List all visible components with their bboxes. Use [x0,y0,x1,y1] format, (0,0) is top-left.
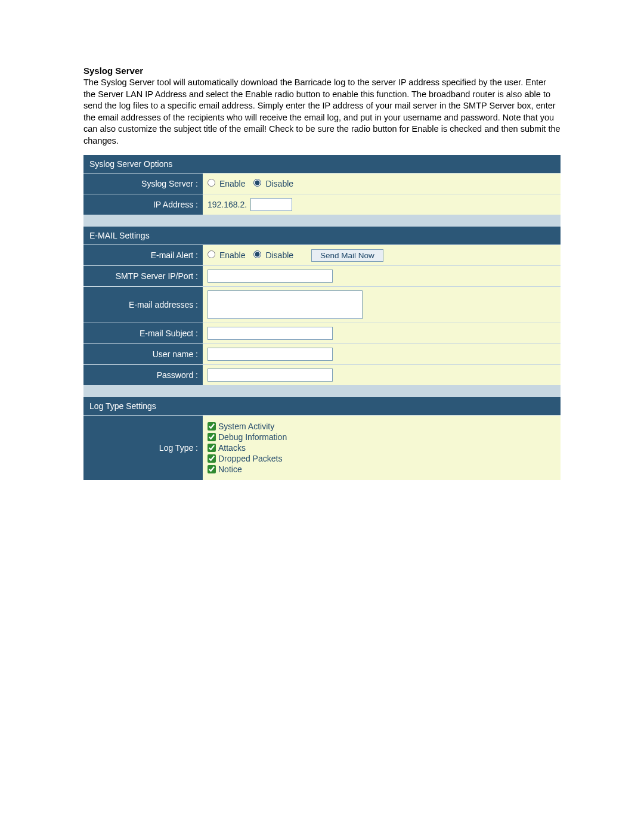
syslog-disable-option[interactable]: Disable [253,179,293,188]
logtype-option-label: Attacks [218,443,246,453]
ip-address-row: IP Address : 192.168.2. [83,194,561,215]
logtype-value: System ActivityDebug InformationAttacksD… [203,416,561,480]
email-enable-radio[interactable] [208,250,215,258]
logtype-checkbox[interactable] [208,465,216,473]
email-addresses-value [203,287,561,323]
syslog-section-title: Syslog Server Options [83,155,561,173]
ip-prefix: 192.168.2. [208,200,247,209]
email-subject-row: E-mail Subject : [83,323,561,343]
password-value [203,365,561,385]
email-disable-option[interactable]: Disable [253,250,293,260]
smtp-input[interactable] [208,270,333,283]
logtype-row: Log Type : System ActivityDebug Informat… [83,415,561,480]
email-subject-input[interactable] [208,327,333,340]
syslog-section: Syslog Server Options Syslog Server : En… [83,155,561,215]
ip-address-value: 192.168.2. [203,194,561,215]
page-title: Syslog Server [83,66,561,76]
email-addresses-label: E-mail addresses : [83,287,203,323]
radio-label-disable: Disable [265,179,293,188]
logtype-section-title: Log Type Settings [83,397,561,415]
syslog-server-row: Syslog Server : Enable Disable [83,173,561,194]
radio-label-disable-2: Disable [265,250,293,260]
logtype-option-label: System Activity [218,422,274,431]
logtype-checkbox[interactable] [208,454,216,463]
syslog-server-label: Syslog Server : [83,174,203,194]
username-label: User name : [83,344,203,364]
logtype-section: Log Type Settings Log Type : System Acti… [83,397,561,480]
password-label: Password : [83,365,203,385]
logtype-option[interactable]: Debug Information [208,432,287,442]
logtype-option[interactable]: System Activity [208,422,287,431]
email-alert-value: Enable Disable Send Mail Now [203,245,561,265]
ip-suffix-input[interactable] [250,198,292,211]
email-subject-value [203,323,561,343]
page-description: The Syslog Server tool will automaticall… [83,77,561,147]
smtp-value [203,266,561,286]
username-input[interactable] [208,348,333,361]
syslog-enable-option[interactable]: Enable [208,179,245,188]
password-input[interactable] [208,368,333,382]
email-alert-row: E-mail Alert : Enable Disable Send Mail … [83,244,561,265]
username-value [203,344,561,364]
syslog-server-value: Enable Disable [203,174,561,194]
email-enable-option[interactable]: Enable [208,250,245,260]
email-subject-label: E-mail Subject : [83,323,203,343]
logtype-option-label: Notice [218,465,242,474]
radio-label-enable: Enable [219,179,246,188]
password-row: Password : [83,364,561,385]
logtype-option[interactable]: Notice [208,465,287,474]
logtype-option-label: Debug Information [218,432,287,442]
settings-panel: Syslog Server Options Syslog Server : En… [83,155,561,480]
email-alert-label: E-mail Alert : [83,245,203,265]
smtp-row: SMTP Server IP/Port : [83,265,561,286]
ip-address-label: IP Address : [83,194,203,215]
logtype-checkbox[interactable] [208,422,216,431]
logtype-checkbox[interactable] [208,444,216,452]
username-row: User name : [83,343,561,364]
syslog-disable-radio[interactable] [253,179,261,187]
logtype-label: Log Type : [83,416,203,480]
logtype-option[interactable]: Attacks [208,443,287,453]
send-mail-now-button[interactable]: Send Mail Now [311,249,383,262]
email-section: E-MAIL Settings E-mail Alert : Enable Di… [83,227,561,385]
email-addresses-textarea[interactable] [208,290,363,319]
logtype-option-label: Dropped Packets [218,454,282,463]
smtp-label: SMTP Server IP/Port : [83,266,203,286]
logtype-option[interactable]: Dropped Packets [208,454,287,463]
radio-label-enable-2: Enable [219,250,246,260]
email-section-title: E-MAIL Settings [83,227,561,244]
syslog-enable-radio[interactable] [208,179,215,187]
email-addresses-row: E-mail addresses : [83,286,561,323]
logtype-options-list: System ActivityDebug InformationAttacksD… [208,419,287,476]
email-disable-radio[interactable] [253,250,261,258]
logtype-checkbox[interactable] [208,433,216,441]
